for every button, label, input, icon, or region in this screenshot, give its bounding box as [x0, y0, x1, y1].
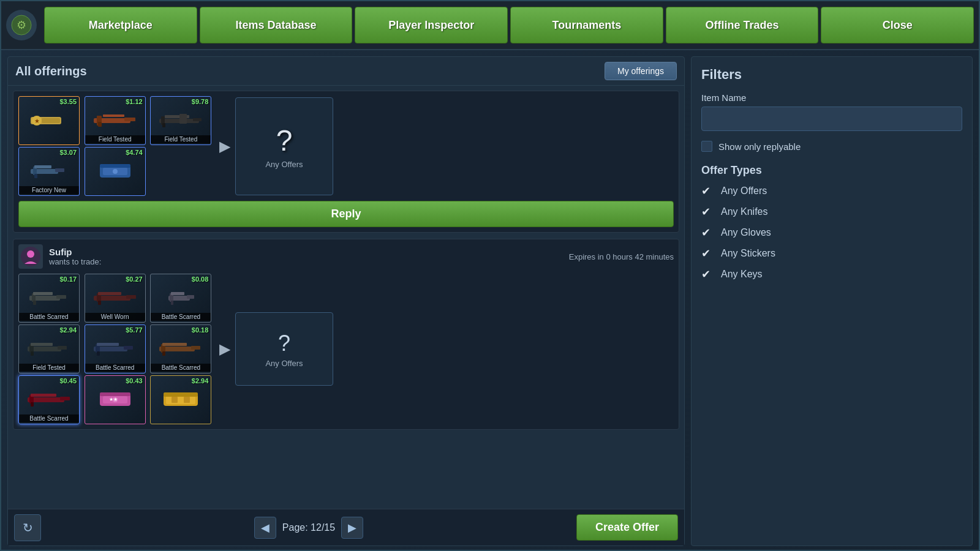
offer-type-any-keys-label: Any Keys — [721, 269, 763, 280]
svg-rect-55 — [191, 346, 200, 350]
page-label: Page: 12/15 — [282, 522, 335, 533]
offer2-item5-price: $5.77 — [126, 326, 143, 334]
offer2-wants[interactable]: ? Any Offers — [235, 312, 333, 386]
svg-rect-31 — [33, 292, 53, 295]
trade-arrow-1: ▶ — [219, 138, 230, 155]
offer-type-any-knifes-label: Any Knifes — [721, 206, 767, 217]
nav-tournaments[interactable]: Tournaments — [510, 7, 663, 43]
offers-scroll[interactable]: $3.55 ★ — [8, 86, 684, 509]
offer2-item-8[interactable]: $0.43 ★★ — [85, 375, 146, 424]
nav-marketplace[interactable]: Marketplace — [44, 7, 197, 43]
nav-items-database[interactable]: Items Database — [200, 7, 353, 43]
offer2-item-9[interactable]: $2.94 — [150, 375, 211, 424]
offer2-item7-price: $0.45 — [59, 377, 77, 384]
svg-rect-45 — [58, 346, 67, 350]
svg-rect-50 — [124, 346, 133, 350]
svg-rect-65 — [100, 392, 130, 396]
svg-rect-62 — [31, 402, 34, 407]
show-replyable-checkbox[interactable] — [701, 141, 712, 152]
offer1-item-4[interactable]: $3.07 Factory New — [18, 147, 80, 196]
offer1-item-1[interactable]: $3.55 ★ — [18, 96, 80, 145]
offer-type-any-knifes: ✔ Any Knifes — [701, 205, 962, 219]
panel-header: All offerings My offerings — [8, 57, 684, 86]
app-container: ⚙ Marketplace Items Database Player Insp… — [0, 0, 980, 551]
offer2-item-6[interactable]: $0.18 Battle Scarred — [150, 324, 211, 373]
svg-rect-60 — [60, 397, 70, 400]
svg-rect-61 — [31, 394, 56, 397]
offer1-item-2[interactable]: $1.12 Field Tested — [85, 96, 146, 145]
offer1-item2-price: $1.12 — [126, 98, 143, 105]
offer1-wants-label: Any Offers — [265, 160, 303, 169]
offer2-item-3[interactable]: $0.08 Battle Scarred — [150, 274, 211, 323]
svg-rect-41 — [171, 292, 184, 295]
offer2-item6-condition: Battle Scarred — [151, 364, 211, 372]
create-offer-btn[interactable]: Create Offer — [576, 514, 678, 541]
offer1-wants[interactable]: ? Any Offers — [235, 97, 333, 195]
offer1-item4-price: $3.07 — [59, 149, 77, 156]
svg-rect-72 — [184, 397, 190, 403]
offer1-item4-condition: Factory New — [19, 186, 79, 194]
offer1-item5-price: $4.74 — [126, 149, 143, 156]
offer-type-any-keys: ✔ Any Keys — [701, 268, 962, 281]
offer1-item1-price: $3.55 — [59, 98, 77, 105]
nav-player-inspector[interactable]: Player Inspector — [355, 7, 508, 43]
offer-type-any-offers-label: Any Offers — [721, 186, 767, 197]
page-next-btn[interactable]: ▶ — [341, 517, 363, 539]
svg-rect-16 — [179, 114, 187, 124]
offer1-item-3[interactable]: $9.78 Field Tested — [150, 96, 211, 145]
svg-text:★★: ★★ — [109, 397, 118, 402]
svg-rect-46 — [31, 343, 53, 346]
checkmark-any-knifes: ✔ — [701, 205, 716, 219]
item-name-input[interactable] — [701, 107, 962, 131]
offer-type-any-stickers-label: Any Stickers — [721, 248, 775, 259]
nav-close[interactable]: Close — [821, 7, 974, 43]
page-prev-btn[interactable]: ◀ — [254, 517, 276, 539]
show-only-replyable-row: Show only replyable — [701, 141, 962, 152]
filters-title: Filters — [701, 67, 962, 83]
svg-rect-42 — [171, 301, 173, 305]
offer2-item-5[interactable]: $5.77 Battle Scarred — [85, 324, 146, 373]
checkmark-any-stickers: ✔ — [701, 247, 716, 260]
offer1-item-5[interactable]: $4.74 — [85, 147, 146, 196]
offer2-username: Sufip — [49, 247, 101, 257]
my-offerings-btn[interactable]: My offerings — [605, 62, 677, 80]
offer2-user: Sufip wants to trade: — [49, 247, 101, 266]
offer2-item-4[interactable]: $2.94 Field Tested — [18, 324, 80, 373]
offer2-item4-price: $2.94 — [59, 326, 77, 334]
refresh-btn[interactable]: ↻ — [14, 514, 41, 541]
offer2-header: Sufip wants to trade: Expires in 0 hours… — [18, 244, 674, 269]
offer2-item-2[interactable]: $0.27 Well Worn — [85, 274, 146, 323]
reply-btn-1[interactable]: Reply — [18, 201, 674, 227]
svg-rect-15 — [162, 123, 165, 127]
offer2-item6-price: $0.18 — [192, 326, 209, 334]
offer-type-any-gloves-label: Any Gloves — [721, 227, 771, 238]
svg-rect-35 — [126, 295, 136, 299]
svg-rect-8 — [124, 118, 135, 121]
offer-1: $3.55 ★ — [13, 91, 679, 233]
item-name-label: Item Name — [701, 92, 962, 103]
all-offerings-title: All offerings — [15, 64, 87, 78]
pagination: ◀ Page: 12/15 ▶ — [254, 517, 363, 539]
svg-rect-40 — [187, 295, 194, 299]
svg-point-27 — [27, 250, 34, 258]
checkmark-any-keys: ✔ — [701, 268, 716, 281]
offer-type-any-offers: ✔ Any Offers — [701, 184, 962, 198]
offer1-item2-condition: Field Tested — [85, 135, 145, 143]
offer2-wants-question: ? — [278, 331, 290, 356]
svg-rect-5 — [42, 118, 60, 123]
offer2-item3-condition: Battle Scarred — [151, 313, 211, 321]
nav-offline-trades[interactable]: Offline Trades — [666, 7, 819, 43]
offer2-item-7[interactable]: $0.45 Battle Scarred — [18, 375, 80, 424]
offer2-trade-area: $0.17 Battle Scarred — [18, 274, 674, 424]
svg-text:★: ★ — [34, 118, 40, 124]
svg-rect-36 — [98, 292, 121, 295]
left-panel: All offerings My offerings $3.55 — [7, 56, 685, 546]
offer2-item-1[interactable]: $0.17 Battle Scarred — [18, 274, 80, 323]
svg-rect-24 — [100, 164, 130, 168]
svg-rect-70 — [164, 392, 198, 397]
svg-rect-30 — [56, 295, 66, 299]
offer1-item3-price: $9.78 — [192, 98, 209, 105]
svg-rect-71 — [172, 397, 178, 403]
svg-rect-20 — [34, 165, 51, 168]
svg-rect-56 — [162, 343, 187, 346]
